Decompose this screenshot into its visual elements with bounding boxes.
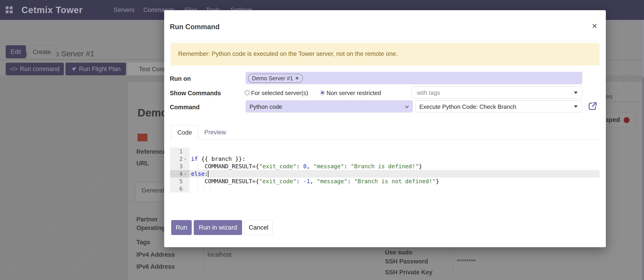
nav-item-servers[interactable]: Servers — [114, 0, 134, 20]
run-command-button[interactable]: </> Run command — [6, 63, 64, 75]
url-label: URL — [136, 160, 149, 167]
page-scrollbar-thumb[interactable] — [642, 77, 644, 280]
detail-value-ipv4: localhost — [208, 251, 232, 258]
with-tags-placeholder: with tags — [417, 89, 440, 96]
external-link-icon[interactable] — [587, 101, 598, 112]
apps-grid-icon[interactable] — [6, 6, 13, 14]
tab-code[interactable]: Code — [171, 125, 198, 140]
tab-preview[interactable]: Preview — [204, 125, 226, 139]
editor-line-number: 4▾ — [170, 170, 190, 178]
fold-caret-icon[interactable]: ▾ — [183, 157, 188, 161]
run-flight-plan-button[interactable]: Run Flight Plan — [66, 63, 126, 75]
run-in-wizard-button[interactable]: Run in wizard — [194, 220, 242, 235]
panel-text-fragment: es — [606, 93, 612, 100]
code-line[interactable] — [190, 185, 600, 193]
editor-line-number: 2▾ — [170, 155, 190, 163]
command-reference-value: Execute Python Code: Check Branch — [419, 103, 516, 110]
editor-code[interactable]: if {{ branch }}: COMMAND_RESULT={"exit_c… — [190, 148, 600, 193]
indent-guide — [210, 186, 210, 192]
show-commands-label: Show Commands — [170, 90, 221, 97]
dropdown-caret-icon — [574, 105, 578, 108]
code-icon: </> — [10, 66, 18, 72]
detail-label-ssh-password: SSH Password — [385, 258, 428, 265]
detail-label-use-sudo: Use sudo — [385, 249, 412, 256]
detail-label-ipv4: IPv4 Address — [136, 251, 175, 258]
notebook-divider — [128, 202, 164, 202]
run-on-label: Run on — [170, 75, 191, 82]
run-on-select[interactable]: Demo Server #1✕ — [246, 72, 582, 84]
command-type-select[interactable]: Python code — [246, 100, 413, 112]
editor-line-number: 6 — [170, 185, 190, 193]
paper-plane-icon — [71, 66, 77, 72]
server-tag[interactable]: Demo Server #1✕ — [248, 74, 303, 83]
editor-line-number: 1 — [170, 148, 190, 155]
modal-header-divider — [164, 41, 606, 42]
screen: Cetmix Tower Servers Commands Files Tool… — [0, 0, 644, 280]
command-label: Command — [170, 104, 200, 111]
python-warning-alert: Remember: Python code is executed on the… — [170, 43, 600, 66]
fold-caret-icon[interactable]: ▾ — [183, 172, 188, 176]
indent-guide — [198, 163, 198, 170]
with-tags-select[interactable]: with tags — [412, 86, 582, 99]
editor-line-number: 5 — [170, 178, 190, 185]
edit-button[interactable]: Edit — [6, 45, 26, 58]
detail-label-partner: Partner — [136, 216, 158, 223]
detail-label-ssh-key: SSH Private Key — [385, 269, 432, 276]
command-reference-select[interactable]: Execute Python Code: Check Branch — [416, 100, 582, 112]
detail-label-tags: Tags — [136, 239, 150, 246]
tabs-bottom-border — [170, 139, 600, 139]
code-line[interactable]: else: — [190, 170, 600, 178]
reference-label: Reference — [136, 148, 166, 155]
editor-gutter: 12▾34▾56 — [170, 148, 190, 193]
cancel-button[interactable]: Cancel — [244, 220, 272, 235]
radio-label-non-server-restricted[interactable]: Non server restricted — [326, 90, 381, 97]
detail-label-ipv6: IPv6 Address — [136, 263, 175, 270]
dropdown-caret-icon — [574, 92, 578, 94]
radio-non-server-restricted[interactable] — [320, 90, 325, 95]
status-dot-icon — [624, 117, 630, 123]
close-icon[interactable]: ✕ — [592, 23, 598, 30]
radio-label-for-selected-servers[interactable]: For selected server(s) — [251, 90, 308, 97]
code-line[interactable]: if {{ branch }}: — [190, 155, 600, 163]
brand-title: Cetmix Tower — [22, 0, 83, 20]
command-type-value: Python code — [250, 103, 282, 110]
code-line[interactable] — [190, 148, 600, 155]
editor-line-number: 3 — [170, 163, 190, 170]
indent-guide — [204, 186, 204, 192]
color-ribbon — [138, 134, 148, 141]
code-line[interactable]: COMMAND_RESULT={"exit_code": -1, "messag… — [190, 178, 600, 185]
create-button[interactable]: Create — [27, 45, 56, 59]
code-line[interactable]: COMMAND_RESULT={"exit_code": 0, "message… — [190, 163, 600, 170]
tag-remove-icon[interactable]: ✕ — [295, 76, 299, 81]
detail-value-ssh-password: ******** — [457, 258, 476, 265]
radio-for-selected-servers[interactable] — [244, 90, 250, 95]
run-command-modal: Run Command ✕ Remember: Python code is e… — [164, 10, 606, 247]
chevron-down-icon — [404, 104, 410, 110]
code-editor[interactable]: 12▾34▾56 if {{ branch }}: COMMAND_RESULT… — [170, 147, 600, 194]
indent-guide — [198, 178, 198, 185]
text-cursor — [208, 171, 208, 177]
indent-guide — [198, 186, 198, 192]
modal-title: Run Command — [170, 23, 220, 31]
run-button[interactable]: Run — [171, 220, 192, 235]
